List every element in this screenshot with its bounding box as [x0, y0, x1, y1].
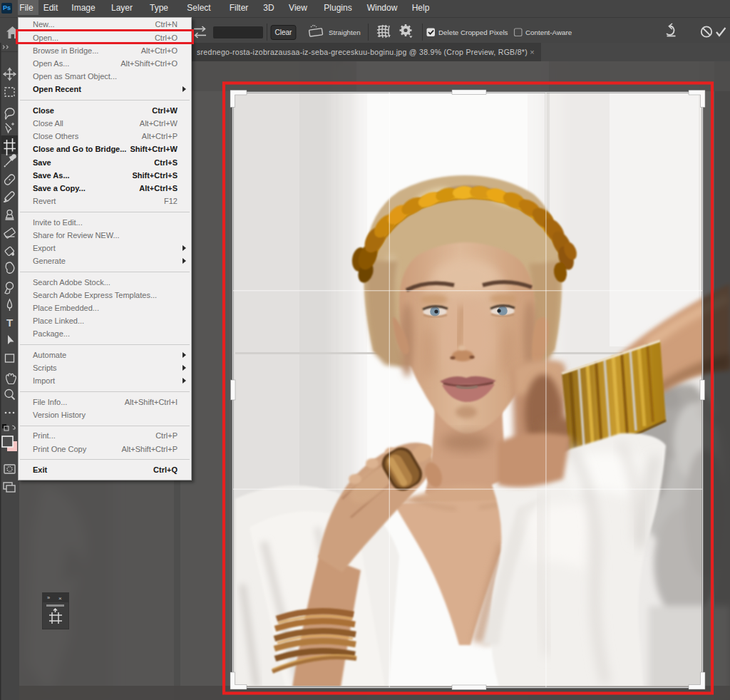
- svg-text:Clear: Clear: [275, 29, 293, 36]
- svg-text:Content-Aware: Content-Aware: [525, 29, 572, 36]
- svg-text:Straighten: Straighten: [329, 29, 361, 36]
- svg-text:»: »: [47, 595, 50, 601]
- svg-text:Delete Cropped Pixels: Delete Cropped Pixels: [438, 29, 508, 36]
- svg-text:T: T: [6, 316, 13, 329]
- svg-text:×: ×: [58, 595, 62, 602]
